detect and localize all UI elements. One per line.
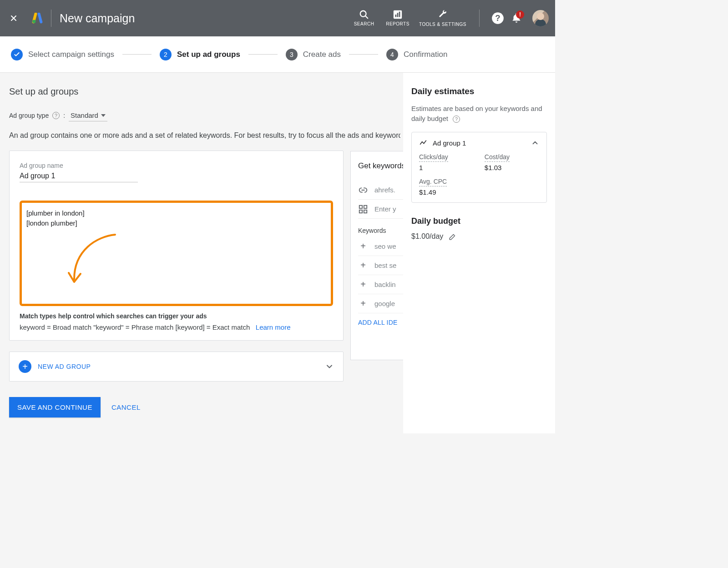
reports-icon bbox=[393, 10, 403, 20]
page-title: New campaign bbox=[60, 12, 135, 25]
ad-group-card: Ad group name [plumber in london] [londo… bbox=[9, 151, 344, 341]
ideas-title: Get keywords bbox=[358, 161, 406, 171]
grid-icon bbox=[358, 204, 368, 214]
svg-rect-4 bbox=[397, 13, 399, 17]
avatar[interactable] bbox=[532, 10, 549, 26]
cost-value: $1.03 bbox=[485, 164, 510, 171]
step-3[interactable]: 3 Create ads bbox=[286, 49, 341, 60]
ad-group-name-label: Ad group name bbox=[20, 162, 333, 169]
step-4[interactable]: 4 Confirmation bbox=[386, 49, 447, 60]
help-icon[interactable]: ? bbox=[453, 116, 460, 123]
learn-more-link[interactable]: Learn more bbox=[256, 323, 291, 331]
estimates-sub: Estimates are based on your keywords and… bbox=[411, 104, 547, 124]
match-types-heading: Match types help control which searches … bbox=[20, 312, 333, 320]
new-ad-group-button[interactable]: + NEW AD GROUP bbox=[9, 352, 344, 382]
plus-circle-icon: + bbox=[19, 360, 31, 373]
estimates-heading: Daily estimates bbox=[411, 86, 547, 96]
nav-search[interactable]: SEARCH bbox=[352, 10, 376, 27]
svg-point-0 bbox=[32, 20, 35, 23]
add-all-ideas-button[interactable]: ADD ALL IDE bbox=[358, 319, 406, 326]
svg-rect-9 bbox=[364, 205, 367, 208]
nav-reports[interactable]: REPORTS bbox=[385, 10, 410, 27]
svg-rect-10 bbox=[359, 210, 362, 212]
save-and-continue-button[interactable]: SAVE AND CONTINUE bbox=[9, 397, 101, 417]
svg-rect-3 bbox=[395, 15, 397, 17]
wrench-icon bbox=[437, 9, 448, 20]
google-ads-logo bbox=[32, 13, 43, 24]
keyword-suggestion[interactable]: +backlin bbox=[358, 275, 406, 294]
check-icon bbox=[11, 49, 23, 60]
svg-text:?: ? bbox=[495, 13, 500, 23]
plus-icon: + bbox=[358, 261, 368, 271]
match-types-legend: keyword = Broad match "keyword" = Phrase… bbox=[20, 323, 333, 331]
ad-group-type-select[interactable]: Standard bbox=[69, 110, 107, 121]
keyword-suggestion[interactable]: +google bbox=[358, 294, 406, 313]
plus-icon: + bbox=[358, 280, 368, 290]
daily-budget-heading: Daily budget bbox=[411, 216, 547, 226]
help-icon[interactable]: ? bbox=[491, 12, 504, 25]
ideas-products-input[interactable]: Enter y bbox=[358, 200, 406, 219]
clicks-value: 1 bbox=[419, 164, 448, 171]
daily-estimates-panel: Daily estimates Estimates are based on y… bbox=[403, 73, 555, 433]
clicks-label: Clicks/day bbox=[419, 153, 448, 162]
step-2[interactable]: 2 Set up ad groups bbox=[160, 49, 240, 60]
cpc-label: Avg. CPC bbox=[419, 178, 447, 186]
help-icon[interactable]: ? bbox=[52, 112, 60, 119]
keyword-suggestion[interactable]: +best se bbox=[358, 256, 406, 275]
ad-group-name-input[interactable] bbox=[20, 170, 138, 182]
trend-icon bbox=[419, 139, 427, 147]
ideas-kw-heading: Keywords bbox=[358, 227, 406, 234]
ideas-url-input[interactable]: ahrefs. bbox=[358, 181, 406, 200]
edit-budget-button[interactable] bbox=[449, 232, 457, 241]
daily-budget-value: $1.00/day bbox=[411, 232, 443, 241]
chevron-down-icon bbox=[325, 362, 334, 371]
cost-label: Cost/day bbox=[485, 153, 510, 162]
campaign-stepper: Select campaign settings 2 Set up ad gro… bbox=[0, 36, 555, 73]
notifications-button[interactable]: ! bbox=[511, 12, 522, 24]
nav-tools-settings[interactable]: TOOLS & SETTINGS bbox=[419, 9, 466, 27]
ad-group-type-label: Ad group type bbox=[9, 112, 49, 119]
cancel-button[interactable]: CANCEL bbox=[111, 403, 141, 411]
chevron-up-icon[interactable] bbox=[531, 139, 539, 147]
plus-icon: + bbox=[358, 299, 368, 309]
close-icon[interactable] bbox=[8, 13, 19, 24]
keywords-textarea[interactable]: [plumber in london] [london plumber] bbox=[26, 208, 326, 298]
svg-rect-8 bbox=[359, 205, 362, 208]
alert-badge: ! bbox=[516, 10, 524, 19]
link-icon bbox=[358, 185, 368, 195]
search-icon bbox=[359, 10, 369, 20]
explain-text: An ad group contains one or more ads and… bbox=[9, 131, 400, 140]
step-1[interactable]: Select campaign settings bbox=[11, 49, 114, 60]
keywords-box-highlight: [plumber in london] [london plumber] bbox=[20, 201, 333, 306]
plus-icon: + bbox=[358, 241, 368, 251]
svg-rect-5 bbox=[399, 12, 400, 17]
app-header: New campaign SEARCH REPORTS TOOLS & SETT… bbox=[0, 0, 555, 36]
estimates-group-name: Ad group 1 bbox=[433, 139, 466, 147]
cpc-value: $1.49 bbox=[419, 188, 539, 196]
chevron-down-icon bbox=[101, 114, 106, 117]
estimates-card: Ad group 1 Clicks/day 1 Cost/day $1.03 A… bbox=[411, 132, 547, 203]
svg-rect-11 bbox=[364, 210, 367, 212]
keyword-suggestion[interactable]: +seo we bbox=[358, 237, 406, 256]
